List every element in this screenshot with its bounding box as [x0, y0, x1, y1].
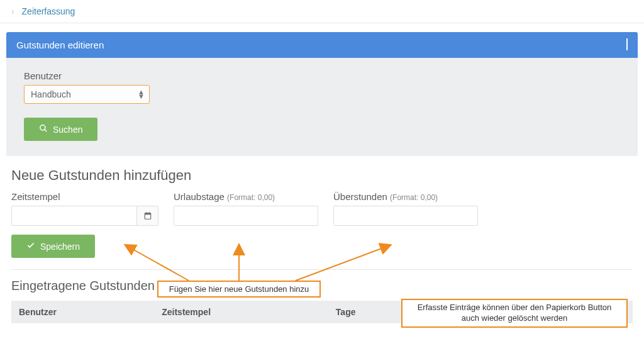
overtime-label: Überstunden (Format: 0,00)	[333, 191, 478, 202]
save-button-label: Speichern	[40, 242, 80, 252]
svg-point-0	[40, 125, 45, 130]
chevron-up-icon[interactable]	[626, 40, 628, 50]
save-button[interactable]: Speichern	[11, 235, 95, 258]
svg-line-1	[45, 130, 47, 132]
col-user: Benutzer	[11, 301, 154, 323]
panel-title: Gutstunden editieren	[16, 40, 104, 50]
timestamp-label: Zeitstempel	[11, 191, 158, 202]
user-select[interactable]	[24, 85, 150, 104]
divider	[11, 269, 633, 270]
vacation-input[interactable]	[174, 206, 318, 226]
search-button-label: Suchen	[53, 125, 82, 135]
add-heading: Neue Gutstunden hinzufügen	[11, 167, 633, 184]
list-heading: Eingetragene Gutstunden	[11, 279, 633, 293]
user-label: Benutzer	[24, 70, 620, 81]
filter-panel: Gutstunden editieren Benutzer ▲▼ Suchen	[6, 32, 638, 156]
timestamp-input[interactable]	[11, 206, 137, 226]
panel-header[interactable]: Gutstunden editieren	[6, 32, 638, 58]
chevron-right-icon: ›	[11, 6, 14, 16]
vacation-label: Urlaubstage (Format: 0,00)	[174, 191, 318, 202]
breadcrumb: › Zeiterfassung	[0, 0, 644, 23]
search-button[interactable]: Suchen	[24, 118, 97, 141]
breadcrumb-link[interactable]: Zeiterfassung	[22, 6, 75, 16]
search-icon	[39, 124, 48, 135]
add-form-row: Zeitstempel Urlaubstage (Format: 0,00) Ü…	[11, 191, 633, 226]
panel-body: Benutzer ▲▼ Suchen	[6, 58, 638, 156]
col-timestamp: Zeitstempel	[154, 301, 328, 323]
annotation-add-hint: Fügen Sie hier neue Gutstunden hinzu	[157, 281, 321, 298]
check-icon	[26, 241, 35, 252]
overtime-input[interactable]	[333, 206, 478, 226]
annotation-delete-hint: Erfasste Einträge können über den Papier…	[401, 299, 628, 328]
calendar-icon[interactable]	[137, 206, 158, 226]
